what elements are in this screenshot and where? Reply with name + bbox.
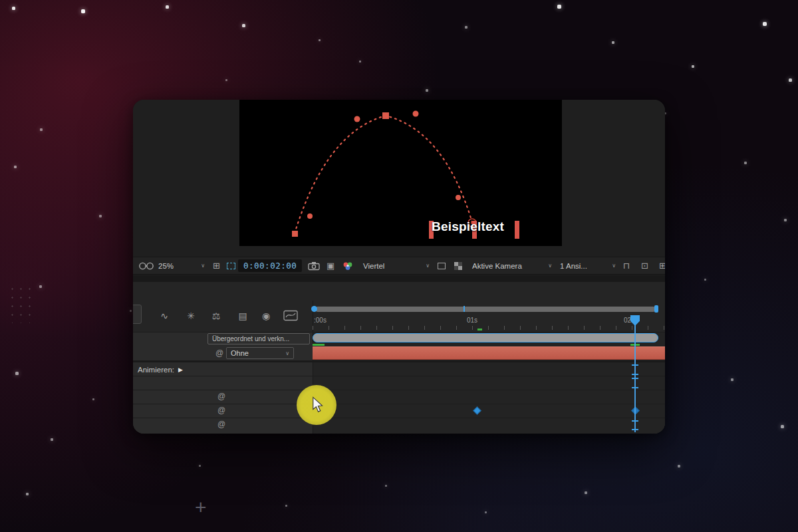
star xyxy=(731,378,733,381)
star xyxy=(426,89,428,92)
star xyxy=(319,39,321,41)
chevron-down-icon: ∨ xyxy=(548,263,552,269)
star xyxy=(678,465,680,467)
path-handle-dot xyxy=(354,116,360,122)
playhead-serif xyxy=(632,378,638,379)
animate-label: Animieren: xyxy=(138,366,174,374)
safe-margins-icon[interactable]: ⊓ xyxy=(623,257,630,274)
star xyxy=(242,24,245,27)
parent-link-dropdown[interactable]: Ohne ∨ xyxy=(226,347,294,359)
flowchart-icon[interactable]: ∿ xyxy=(158,309,171,323)
playhead-serif xyxy=(632,387,638,388)
chevron-down-icon: ∨ xyxy=(201,263,205,269)
playhead-serif xyxy=(632,429,638,430)
zoom-value: 25% xyxy=(158,262,174,270)
star xyxy=(51,438,53,441)
pick-whip-icon[interactable]: @ xyxy=(217,406,225,415)
dot-grid-decoration xyxy=(8,285,36,323)
composition-viewer[interactable]: Beispieltext xyxy=(239,100,562,246)
star xyxy=(285,505,287,507)
resolution-dropdown[interactable]: Viertel ∨ xyxy=(363,257,430,274)
star xyxy=(14,166,17,168)
path-handle-dot xyxy=(307,213,313,219)
star xyxy=(225,79,227,81)
transparency-grid-icon[interactable] xyxy=(454,257,463,274)
time-ruler[interactable]: :00s 01s 02s xyxy=(313,313,665,331)
pick-whip-icon[interactable]: @ xyxy=(215,348,223,358)
time-navigator-end-handle[interactable] xyxy=(654,305,658,313)
desktop-background: + xyxy=(0,0,798,532)
path-handle-dot xyxy=(413,111,419,117)
snapshot-camera-icon[interactable] xyxy=(308,257,320,274)
pick-whip-icon[interactable]: @ xyxy=(217,420,225,429)
row-separator xyxy=(133,418,665,418)
row-separator xyxy=(133,404,665,404)
path-start-keyframe xyxy=(292,231,298,237)
chevron-down-icon: ∨ xyxy=(612,263,616,269)
time-navigator-bar[interactable] xyxy=(315,307,656,312)
columns-icon[interactable]: ⊞ xyxy=(659,257,665,274)
star xyxy=(40,128,43,131)
star xyxy=(15,372,19,375)
horizontal-scrollbar[interactable] xyxy=(313,333,658,342)
star xyxy=(692,65,694,68)
region-of-interest-icon[interactable] xyxy=(227,257,235,274)
star xyxy=(81,9,85,13)
star xyxy=(12,7,15,10)
current-time-display[interactable]: 0:00:02:00 xyxy=(238,257,302,274)
graph-editor-icon[interactable] xyxy=(283,310,297,323)
motion-blur-icon[interactable]: ◉ xyxy=(259,309,273,323)
motion-path[interactable] xyxy=(239,100,562,246)
star xyxy=(789,78,792,82)
export-frame-icon[interactable]: ⊡ xyxy=(641,257,648,274)
star xyxy=(784,219,787,221)
channel-colors-icon[interactable] xyxy=(342,257,354,274)
star xyxy=(39,285,42,288)
target-region-icon[interactable] xyxy=(438,257,446,274)
star xyxy=(26,493,29,495)
star xyxy=(465,26,467,29)
ruler-label-0s: :00s xyxy=(314,317,327,324)
film-icon[interactable]: ▤ xyxy=(236,309,249,323)
layer-duration-bar[interactable] xyxy=(313,346,665,360)
parent-link-column-header: Übergeordnet und verkn... xyxy=(207,333,310,344)
frame-blend-icon[interactable]: ✳ xyxy=(184,309,198,323)
ruler-ticks xyxy=(313,326,665,330)
star xyxy=(166,5,169,9)
time-navigator-start-handle[interactable] xyxy=(311,306,317,312)
star xyxy=(781,425,784,428)
star xyxy=(199,465,201,467)
work-area-mark xyxy=(313,344,325,346)
zoom-dropdown[interactable]: 25% ∨ xyxy=(158,257,205,274)
row-separator xyxy=(133,360,665,362)
view-layout-value: 1 Ansi... xyxy=(560,262,587,270)
view-layout-dropdown[interactable]: 1 Ansi... ∨ xyxy=(560,257,616,274)
text-layer[interactable]: Beispieltext xyxy=(432,219,504,234)
stereo-glasses-icon[interactable] xyxy=(138,257,154,274)
star xyxy=(585,491,587,494)
pick-whip-icon[interactable]: @ xyxy=(217,392,225,401)
after-effects-window: Beispieltext 25% ∨ ⊞ 0:00:02:00 xyxy=(133,100,665,434)
star xyxy=(557,5,561,9)
parent-link-value: Ohne xyxy=(231,349,249,357)
grid-guides-icon[interactable]: ⊞ xyxy=(213,257,220,274)
star xyxy=(99,215,102,217)
show-snapshot-icon[interactable]: ▣ xyxy=(327,257,334,274)
star xyxy=(359,61,361,63)
scales-icon[interactable]: ⚖ xyxy=(209,309,223,323)
star xyxy=(704,279,706,281)
viewer-panel: Beispieltext xyxy=(133,100,665,257)
row-separator xyxy=(133,376,665,376)
star xyxy=(744,162,747,164)
star xyxy=(92,398,94,400)
mouse-cursor xyxy=(312,396,324,416)
camera-view-dropdown[interactable]: Aktive Kamera ∨ xyxy=(472,257,552,274)
chevron-down-icon: ∨ xyxy=(285,350,289,356)
path-handle-dot xyxy=(456,195,461,200)
comp-marker xyxy=(477,329,482,331)
star xyxy=(485,511,487,513)
playhead-serif xyxy=(632,420,638,422)
row-separator xyxy=(133,332,665,332)
animate-add-button[interactable]: ▶ xyxy=(178,366,183,373)
text-selection-handle[interactable] xyxy=(515,221,519,239)
